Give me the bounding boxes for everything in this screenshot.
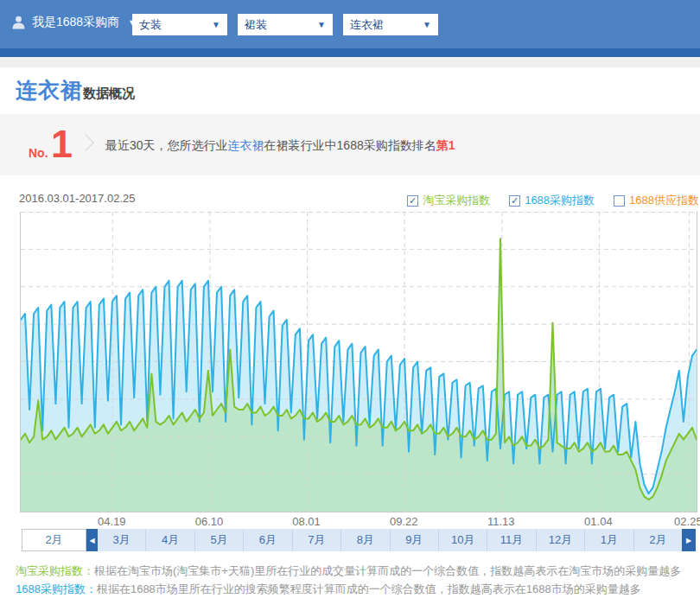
month-tab-10月[interactable]: 10月 (439, 529, 487, 551)
arrow-left-icon: ◀ (89, 537, 94, 544)
chevron-down-icon: ▼ (423, 20, 431, 29)
x-tick-01.04: 01.04 (584, 515, 613, 528)
x-tick-06.10: 06.10 (195, 515, 224, 528)
legend-label-1688-supply-index: 1688供应指数 (629, 193, 699, 208)
month-tab-9月[interactable]: 9月 (391, 529, 439, 551)
x-tick-04.19: 04.19 (98, 515, 126, 528)
month-scroll-right-button[interactable]: ▶ (682, 529, 696, 551)
arrow-right-icon: ▶ (686, 537, 691, 544)
legend-label-1688-purchase-index: 1688采购指数 (525, 193, 595, 208)
legend-item-taobao-index[interactable]: ✓ 淘宝采购指数 (407, 193, 490, 208)
user-menu[interactable]: 我是1688采购商 ▼ (12, 15, 136, 30)
month-tab-5月[interactable]: 5月 (195, 529, 244, 551)
index-definitions: 淘宝采购指数：根据在淘宝市场(淘宝集市+天猫)里所在行业的成交量计算而成的一个综… (16, 562, 690, 598)
taobao-index-label: 淘宝采购指数： (16, 564, 94, 577)
taobao-index-text: 根据在淘宝市场(淘宝集市+天猫)里所在行业的成交量计算而成的一个综合数值，指数越… (94, 564, 681, 577)
chart-legend: ✓ 淘宝采购指数 ✓ 1688采购指数 1688供应指数 (407, 193, 699, 208)
1688-index-label: 1688采购指数： (16, 582, 97, 595)
top-navigation-bar: 我是1688采购商 ▼ 女装 ▼ 裙装 ▼ 连衣裙 ▼ (0, 0, 700, 48)
header-accent-strip (0, 48, 700, 57)
x-tick-02.25: 02.25 (674, 515, 700, 528)
chevron-down-icon: ▼ (317, 20, 326, 29)
taobao-index-definition: 淘宝采购指数：根据在淘宝市场(淘宝集市+天猫)里所在行业的成交量计算而成的一个综… (16, 562, 690, 580)
rank-text-middle: 在裙装行业中1688采购指数排名 (264, 138, 436, 152)
user-icon (12, 16, 25, 29)
month-tab-7月[interactable]: 7月 (293, 529, 341, 551)
x-tick-08.01: 08.01 (292, 515, 321, 528)
month-tab-6月[interactable]: 6月 (244, 529, 292, 551)
category-select-level2-value: 裙装 (245, 17, 267, 33)
user-menu-label: 我是1688采购商 (32, 15, 119, 30)
month-tabs: 3月4月5月6月7月8月9月10月11月12月1月2月 (98, 529, 682, 551)
page-title-keyword: 连衣裙 (16, 78, 83, 102)
rank-description: 最近30天，您所选行业连衣裙在裙装行业中1688采购指数排名第1 (105, 138, 455, 154)
rank-text-prefix: 最近30天，您所选行业 (105, 138, 228, 152)
chart-date-range: 2016.03.01-2017.02.25 (19, 192, 135, 205)
chevron-down-icon: ▼ (212, 20, 220, 29)
month-tab-2月[interactable]: 2月 (634, 529, 682, 551)
rank-no-label: No. (29, 146, 48, 160)
month-tab-1月[interactable]: 1月 (585, 529, 633, 551)
chart-x-axis-labels: 04.1906.1008.0109.2211.1301.0402.25 (20, 515, 696, 529)
month-tab-11月[interactable]: 11月 (487, 529, 536, 551)
header-divider-band (0, 57, 700, 67)
rank-text-value: 第1 (436, 138, 455, 152)
category-select-level1[interactable]: 女装 ▼ (132, 14, 227, 35)
x-tick-11.13: 11.13 (487, 515, 515, 528)
month-scroll-left-button[interactable]: ◀ (86, 529, 98, 551)
month-tab-3月[interactable]: 3月 (98, 529, 146, 551)
checkbox-1688-supply-index[interactable] (614, 195, 625, 207)
month-tab-12月[interactable]: 12月 (537, 529, 585, 551)
checkbox-taobao-index[interactable]: ✓ (407, 195, 418, 207)
category-select-level2[interactable]: 裙装 ▼ (238, 14, 333, 35)
legend-item-1688-purchase-index[interactable]: ✓ 1688采购指数 (509, 193, 595, 208)
chart-canvas (21, 212, 697, 512)
month-selector-bar: 2月 ◀ 3月4月5月6月7月8月9月10月11月12月1月2月 ▶ (0, 529, 700, 551)
month-tab-4月[interactable]: 4月 (146, 529, 194, 551)
index-trend-chart (20, 212, 697, 512)
x-tick-09.22: 09.22 (390, 515, 418, 528)
current-month-box[interactable]: 2月 (22, 529, 86, 551)
rank-keyword-link[interactable]: 连衣裙 (228, 138, 264, 152)
page-title: 连衣裙数据概况 (16, 76, 135, 105)
page-title-suffix: 数据概况 (83, 86, 135, 100)
rank-number: No. 1 (29, 125, 80, 167)
legend-label-taobao-index: 淘宝采购指数 (423, 193, 490, 208)
1688-index-text: 根据在1688市场里所在行业的搜索频繁程度计算而成的一个综合数值，指数越高表示在… (97, 582, 641, 595)
category-select-level1-value: 女装 (139, 17, 162, 33)
category-select-level3-value: 连衣裙 (350, 17, 384, 33)
rank-banner: No. 1 最近30天，您所选行业连衣裙在裙装行业中1688采购指数排名第1 (0, 114, 700, 175)
rank-value: 1 (51, 122, 73, 167)
1688-index-definition: 1688采购指数：根据在1688市场里所在行业的搜索频繁程度计算而成的一个综合数… (16, 580, 690, 598)
legend-item-1688-supply-index[interactable]: 1688供应指数 (614, 193, 699, 208)
category-select-level3[interactable]: 连衣裙 ▼ (343, 14, 438, 35)
checkbox-1688-purchase-index[interactable]: ✓ (509, 195, 520, 207)
month-tab-8月[interactable]: 8月 (341, 529, 390, 551)
